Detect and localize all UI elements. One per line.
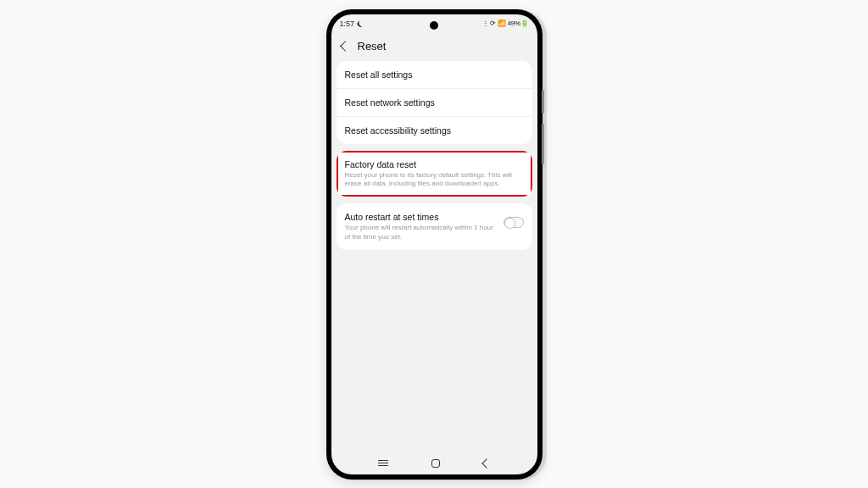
nav-home-icon[interactable] [431, 459, 440, 468]
content-area: Reset all settings Reset network setting… [331, 61, 537, 452]
front-camera-icon [430, 21, 438, 30]
auto-restart-toggle[interactable] [504, 217, 524, 228]
factory-data-reset-row[interactable]: Factory data reset Reset your phone to i… [337, 151, 532, 197]
nav-back-icon[interactable] [481, 458, 491, 468]
page-title: Reset [358, 40, 387, 53]
side-button-small [542, 90, 544, 114]
title-bar: Reset [331, 33, 537, 61]
auto-restart-label: Auto restart at set times [345, 212, 497, 222]
phone-frame: 1:57 ⏾ ⋮ ⟳ 📶 49%🔋 Reset Reset all settin… [326, 9, 542, 480]
reset-all-settings-row[interactable]: Reset all settings [337, 61, 532, 89]
back-icon[interactable] [340, 41, 351, 52]
reset-access-label: Reset accessibility settings [345, 125, 524, 136]
status-indicators: ⋮ ⟳ 📶 49%🔋 [482, 19, 529, 27]
reset-all-label: Reset all settings [345, 69, 524, 80]
reset-options-card: Reset all settings Reset network setting… [337, 61, 532, 144]
auto-restart-row[interactable]: Auto restart at set times Your phone wil… [337, 203, 532, 250]
factory-reset-desc: Reset your phone to its factory default … [345, 171, 524, 189]
auto-restart-card: Auto restart at set times Your phone wil… [337, 203, 532, 250]
reset-accessibility-settings-row[interactable]: Reset accessibility settings [337, 117, 532, 144]
status-time: 1:57 ⏾ [340, 19, 363, 28]
nav-bar [331, 452, 537, 474]
nav-recent-icon[interactable] [378, 463, 388, 464]
factory-reset-label: Factory data reset [345, 159, 524, 169]
reset-network-label: Reset network settings [345, 97, 524, 108]
phone-screen: 1:57 ⏾ ⋮ ⟳ 📶 49%🔋 Reset Reset all settin… [331, 14, 537, 474]
auto-restart-desc: Your phone will restart automatically wi… [345, 224, 497, 241]
factory-reset-card: Factory data reset Reset your phone to i… [337, 151, 532, 197]
side-button-large [542, 124, 544, 164]
reset-network-settings-row[interactable]: Reset network settings [337, 89, 532, 117]
